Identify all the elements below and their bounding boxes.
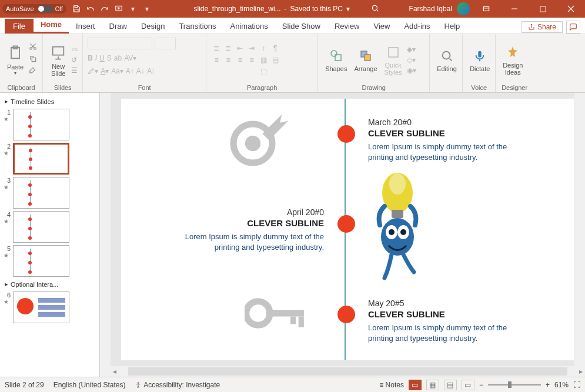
arrange-button[interactable]: Arrange — [352, 46, 379, 73]
decrease-indent-button[interactable]: ⇤ — [235, 43, 245, 53]
tab-animations[interactable]: Animations — [223, 19, 275, 33]
tab-home[interactable]: Home — [34, 17, 69, 33]
thumbnails-scrollbar[interactable] — [100, 93, 111, 377]
redo-icon[interactable] — [99, 4, 110, 14]
grow-font-button[interactable]: A↑ — [126, 67, 134, 75]
smartart-button[interactable]: ⬚ — [258, 66, 269, 77]
section-icon[interactable]: ☰ — [71, 66, 78, 75]
thumb-row-4[interactable]: 4★ — [1, 210, 98, 244]
shrink-font-button[interactable]: A↓ — [136, 67, 145, 75]
cut-icon[interactable] — [28, 42, 38, 52]
thumb-row-2[interactable]: 2★ — [1, 142, 98, 176]
section-header-optional[interactable]: ▸ Optional Intera... — [1, 278, 98, 290]
thumb-row-6[interactable]: 6★ — [1, 290, 98, 324]
normal-view-button[interactable]: ▭ — [409, 380, 422, 390]
shape-outline-button[interactable]: ◇▾ — [407, 56, 416, 64]
columns-button[interactable]: ▥ — [258, 55, 269, 65]
clear-formatting-button[interactable]: A⃠ — [147, 67, 154, 75]
minimize-button[interactable] — [503, 0, 526, 18]
scroll-left-icon[interactable]: ◂ — [111, 367, 119, 376]
zoom-slider[interactable] — [488, 384, 541, 386]
comments-button[interactable] — [566, 21, 580, 33]
thumb-row-5[interactable]: 5★ — [1, 244, 98, 278]
align-right-button[interactable]: ≡ — [235, 55, 245, 65]
slide-canvas[interactable]: March 20#0 CLEVER SUBLINE Lorem Ipsum is… — [121, 99, 574, 360]
notes-button[interactable]: ≡ Notes — [379, 381, 404, 389]
tab-add-ins[interactable]: Add-ins — [397, 19, 437, 33]
underline-button[interactable]: U — [99, 54, 105, 62]
tab-insert[interactable]: Insert — [69, 19, 102, 33]
italic-button[interactable]: I — [95, 54, 97, 62]
shape-fill-button[interactable]: ◆▾ — [407, 45, 416, 53]
slide-thumbnail[interactable] — [13, 211, 69, 243]
slide-sorter-view-button[interactable]: ▦ — [426, 380, 439, 390]
format-painter-icon[interactable] — [28, 67, 38, 77]
avatar[interactable] — [457, 2, 470, 15]
strike-button[interactable]: S — [107, 54, 112, 62]
editing-button[interactable]: Editing — [434, 46, 459, 73]
design-ideas-button[interactable]: Design Ideas — [500, 43, 525, 77]
zoom-percent[interactable]: 61% — [554, 381, 569, 389]
dictate-button[interactable]: Dictate — [467, 46, 492, 73]
file-tab[interactable]: File — [5, 19, 34, 33]
touch-mode-icon[interactable]: ▾ — [128, 4, 138, 14]
align-left-button[interactable]: ≡ — [211, 55, 222, 65]
tab-review[interactable]: Review — [327, 19, 367, 33]
bullets-button[interactable]: ≣ — [211, 43, 222, 53]
reset-icon[interactable]: ↺ — [71, 56, 78, 64]
line-spacing-button[interactable]: ↕ — [258, 43, 269, 53]
bold-button[interactable]: B — [88, 54, 93, 62]
scroll-right-icon[interactable]: ▸ — [577, 367, 585, 376]
tab-help[interactable]: Help — [437, 19, 467, 33]
shadow-button[interactable]: ab — [114, 54, 122, 62]
section-header-timeline[interactable]: ▸ Timeline Slides — [1, 95, 98, 108]
close-button[interactable] — [559, 0, 583, 18]
shapes-button[interactable]: Shapes — [323, 46, 349, 73]
canvas-horizontal-scrollbar[interactable]: ◂ ▸ — [111, 366, 585, 377]
thumb-row-1[interactable]: 1★ — [1, 108, 98, 142]
ribbon-display-options-icon[interactable] — [474, 0, 498, 18]
share-button[interactable]: Share — [522, 21, 563, 33]
align-text-button[interactable]: ▤ — [270, 55, 280, 65]
autosave-toggle[interactable]: AutoSave Off — [2, 4, 66, 14]
thumb-row-3[interactable]: 3★ — [1, 176, 98, 210]
increase-indent-button[interactable]: ⇥ — [246, 43, 257, 53]
slide-thumbnail[interactable] — [13, 292, 69, 323]
tab-design[interactable]: Design — [134, 19, 172, 33]
copy-icon[interactable] — [28, 55, 38, 65]
zoom-in-button[interactable]: + — [546, 381, 550, 389]
maximize-button[interactable] — [531, 0, 554, 18]
fit-to-window-button[interactable]: ⛶ — [573, 381, 580, 389]
slideshow-icon[interactable] — [113, 4, 124, 14]
save-icon[interactable] — [71, 4, 82, 14]
font-color-button[interactable]: 🖉▾ — [88, 67, 98, 75]
shape-effects-button[interactable]: ◉▾ — [407, 66, 416, 75]
new-slide-button[interactable]: New Slide — [48, 42, 69, 78]
slide-counter[interactable]: Slide 2 of 29 — [5, 381, 44, 389]
autosave-switch[interactable] — [38, 5, 53, 12]
slide-thumbnail[interactable] — [13, 143, 69, 175]
slide-thumbnail[interactable] — [13, 245, 69, 277]
tab-view[interactable]: View — [367, 19, 397, 33]
language-indicator[interactable]: English (United States) — [54, 381, 126, 389]
justify-button[interactable]: ≡ — [246, 55, 257, 65]
align-center-button[interactable]: ≡ — [223, 55, 233, 65]
tab-transitions[interactable]: Transitions — [172, 19, 223, 33]
numbering-button[interactable]: ≣ — [223, 43, 233, 53]
change-case-button[interactable]: Aa▾ — [111, 67, 123, 75]
undo-icon[interactable] — [85, 4, 96, 14]
font-family-select[interactable] — [88, 38, 152, 49]
search-icon[interactable] — [371, 4, 379, 14]
tab-slide-show[interactable]: Slide Show — [275, 19, 327, 33]
char-spacing-button[interactable]: AV▾ — [124, 54, 136, 62]
slide-thumbnail[interactable] — [13, 109, 69, 140]
accessibility-status[interactable]: Accessibility: Investigate — [135, 381, 220, 389]
text-direction-button[interactable]: ¶ — [270, 43, 280, 53]
font-size-select[interactable] — [155, 38, 176, 49]
slide-thumbnail[interactable] — [13, 177, 69, 209]
zoom-out-button[interactable]: − — [479, 381, 483, 389]
canvas-vertical-scrollbar[interactable] — [574, 93, 585, 366]
paste-button[interactable]: Paste ▾ — [5, 42, 26, 77]
tab-draw[interactable]: Draw — [102, 19, 134, 33]
reading-view-button[interactable]: ▤ — [444, 380, 457, 390]
